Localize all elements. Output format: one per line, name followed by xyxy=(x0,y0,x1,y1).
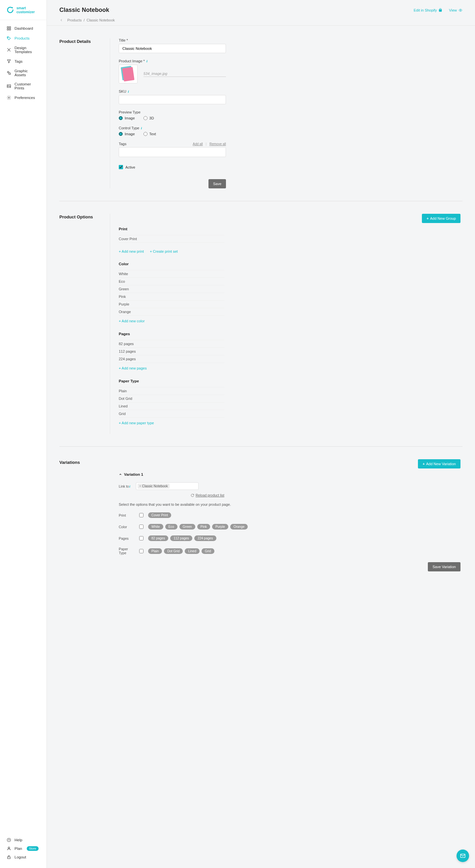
group-title: Paper Type xyxy=(119,379,224,383)
lock-icon xyxy=(7,855,11,860)
sku-input[interactable] xyxy=(119,95,226,104)
variation-row-checkbox[interactable] xyxy=(139,536,144,540)
option-item[interactable]: Pink xyxy=(119,293,224,301)
variation-pill[interactable]: Plain xyxy=(148,548,162,554)
info-icon[interactable]: i xyxy=(147,59,148,63)
tags-input[interactable] xyxy=(119,147,226,157)
add-new-color-link[interactable]: + Add new color xyxy=(119,319,145,323)
notebook-icon xyxy=(122,67,134,81)
link-to-input[interactable]: ×Classic Notebook xyxy=(136,482,198,490)
option-item[interactable]: Grid xyxy=(119,410,224,418)
variation-row-checkbox[interactable] xyxy=(139,513,144,517)
page-header: Classic Notebook Edit in Shopify View xyxy=(47,0,475,13)
add-new-group-button[interactable]: +Add New Group xyxy=(422,214,461,223)
option-group-color: Color White Eco Green Pink Purple Orange… xyxy=(119,262,224,323)
add-new-variation-button[interactable]: +Add New Variation xyxy=(418,459,461,468)
create-print-set-link[interactable]: + Create print set xyxy=(150,249,178,253)
reload-product-list-link[interactable]: Reload product list xyxy=(191,493,224,497)
edit-in-shopify-link[interactable]: Edit in Shopify xyxy=(414,8,442,12)
variation-pill[interactable]: 82 pages xyxy=(148,535,168,541)
option-item[interactable]: Orange xyxy=(119,308,224,316)
option-item[interactable]: Lined xyxy=(119,402,224,410)
link-to-chip[interactable]: ×Classic Notebook xyxy=(137,484,169,489)
variation-pill[interactable]: 224 pages xyxy=(194,535,216,541)
variation-options: Print Cover Print Color White Eco xyxy=(119,513,463,555)
section-product-details: Product Details Title * Product Image * … xyxy=(59,26,463,201)
option-item[interactable]: Dot Grid xyxy=(119,395,224,402)
nav-plan[interactable]: Plan Store xyxy=(0,844,46,853)
breadcrumb-products[interactable]: Products xyxy=(67,18,82,22)
variation-pill[interactable]: Dot Grid xyxy=(164,548,183,554)
eye-icon xyxy=(458,8,463,12)
option-group-print: Print Cover Print + Add new print + Crea… xyxy=(119,227,224,253)
option-item[interactable]: Purple xyxy=(119,301,224,308)
option-item[interactable]: 224 pages xyxy=(119,355,224,363)
variation-pill[interactable]: White xyxy=(148,524,163,529)
nav-design-templates[interactable]: Design Templates xyxy=(0,43,46,56)
variation-row-checkbox[interactable] xyxy=(139,525,144,529)
info-icon[interactable]: i xyxy=(128,89,129,93)
variation-pill[interactable]: Purple xyxy=(212,524,228,529)
active-checkbox[interactable]: Active xyxy=(119,165,463,169)
user-icon xyxy=(7,846,11,851)
option-item[interactable]: Cover Print xyxy=(119,235,224,243)
svg-point-14 xyxy=(460,9,461,10)
image-icon xyxy=(7,84,11,88)
variation-1-toggle[interactable]: Variation 1 xyxy=(119,472,463,476)
svg-rect-13 xyxy=(8,857,10,859)
variation-row-checkbox[interactable] xyxy=(139,549,144,553)
option-item[interactable]: White xyxy=(119,270,224,278)
product-image-thumb[interactable] xyxy=(119,65,137,84)
group-title: Print xyxy=(119,227,224,231)
variation-pill[interactable]: Grid xyxy=(201,548,214,554)
preview-image-radio[interactable]: Image xyxy=(119,116,135,120)
view-link[interactable]: View xyxy=(449,8,463,12)
info-icon[interactable]: i xyxy=(129,485,130,488)
add-all-tags-link[interactable]: Add all xyxy=(193,142,203,146)
control-image-radio[interactable]: Image xyxy=(119,132,135,136)
nav-products[interactable]: Products xyxy=(0,33,46,43)
variation-pill[interactable]: Orange xyxy=(230,524,248,529)
option-item[interactable]: 112 pages xyxy=(119,348,224,355)
remove-all-tags-link[interactable]: Remove all xyxy=(210,142,226,146)
nav-label: Products xyxy=(14,36,29,40)
title-input[interactable] xyxy=(119,44,226,53)
chevron-up-icon xyxy=(119,473,122,476)
nav-preferences[interactable]: Preferences xyxy=(0,93,46,102)
ruler-icon xyxy=(7,48,11,52)
save-button[interactable]: Save xyxy=(209,179,226,188)
nav-help[interactable]: Help xyxy=(0,836,46,844)
variation-pill[interactable]: Lined xyxy=(185,548,199,554)
variation-pill[interactable]: Eco xyxy=(165,524,178,529)
preview-3d-radio[interactable]: 3D xyxy=(144,116,154,120)
nav-dashboard[interactable]: Dashboard xyxy=(0,24,46,33)
breadcrumb-current: Classic Notebook xyxy=(87,18,115,22)
variation-pill[interactable]: 112 pages xyxy=(170,535,192,541)
option-item[interactable]: 82 pages xyxy=(119,340,224,348)
variation-pill[interactable]: Pink xyxy=(197,524,210,529)
nav-tags[interactable]: Tags xyxy=(0,56,46,66)
brand-logo[interactable]: smart customizer xyxy=(0,0,46,20)
variation-pill[interactable]: Cover Print xyxy=(148,513,171,518)
back-arrow-icon[interactable] xyxy=(59,18,63,22)
nav-logout[interactable]: Logout xyxy=(0,853,46,861)
mail-icon xyxy=(460,853,466,859)
control-type-label: Control Type i xyxy=(119,126,463,130)
option-group-pages: Pages 82 pages 112 pages 224 pages + Add… xyxy=(119,332,224,371)
option-item[interactable]: Eco xyxy=(119,278,224,285)
support-fab[interactable] xyxy=(456,849,469,862)
option-item[interactable]: Plain xyxy=(119,387,224,395)
image-label: Product Image * i xyxy=(119,59,463,63)
control-text-radio[interactable]: Text xyxy=(144,132,156,136)
chip-remove-icon[interactable]: × xyxy=(139,484,141,488)
option-item[interactable]: Green xyxy=(119,285,224,293)
info-icon[interactable]: i xyxy=(141,126,142,130)
save-variation-button[interactable]: Save Variation xyxy=(428,562,461,571)
breadcrumb: Products / Classic Notebook xyxy=(47,13,475,26)
variation-pill[interactable]: Green xyxy=(180,524,195,529)
add-new-paper-link[interactable]: + Add new paper type xyxy=(119,421,154,425)
add-new-pages-link[interactable]: + Add new pages xyxy=(119,366,147,370)
nav-customer-prints[interactable]: Customer Prints xyxy=(0,80,46,93)
nav-graphic-assets[interactable]: Graphic Assets xyxy=(0,66,46,80)
add-new-print-link[interactable]: + Add new print xyxy=(119,249,144,253)
